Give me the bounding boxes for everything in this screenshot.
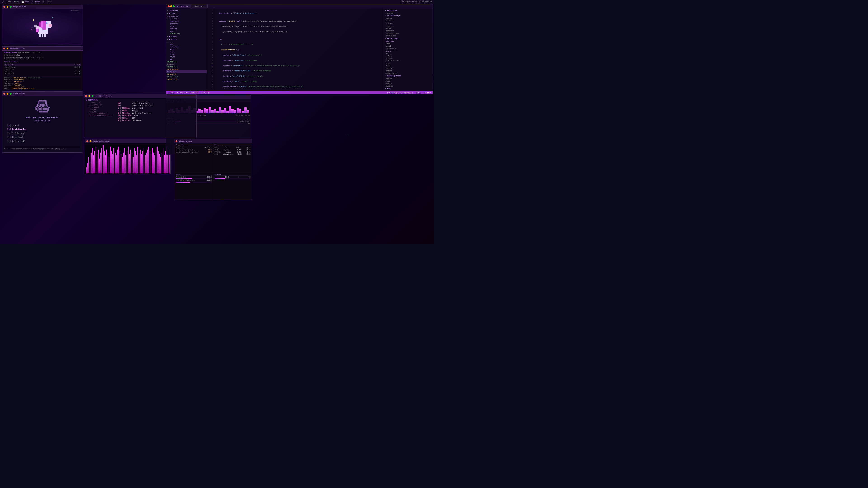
panel-item-grubdevice[interactable]: grubDevice: [383, 35, 433, 37]
tree-item[interactable]: README.org: [166, 66, 207, 68]
info-val: 21 hours 7 minutes: [132, 112, 152, 114]
menu-item-search[interactable]: [o] Search: [7, 124, 77, 128]
tree-item[interactable]: ▸ ▶ themes: [166, 38, 207, 40]
editor-tab-flake[interactable]: ♦ flake.nix: [175, 4, 191, 8]
editor-tab-lock[interactable]: flake.lock: [191, 4, 208, 8]
panel-item-locale[interactable]: locale: [383, 27, 433, 30]
editor-close-btn[interactable]: [168, 5, 169, 7]
panel-item-wm[interactable]: wm: [383, 52, 433, 55]
viz-bar-segment: [162, 153, 162, 173]
line-num: 18: [207, 54, 215, 57]
code-editor[interactable]: description = "Flake of LibrePhoenix"; o…: [215, 8, 383, 90]
panel-item-spawnedit[interactable]: spawnEditor: [383, 72, 433, 74]
tree-item[interactable]: ▸ ▶ patches: [166, 15, 207, 18]
menu-item-history[interactable]: [$ h] [History]: [7, 132, 77, 136]
panel-item-theme[interactable]: theme: [383, 50, 433, 52]
menu-item-quickmarks[interactable]: [b] [Quickmarks]: [7, 128, 77, 132]
panel-item-wmtype[interactable]: wmType: [383, 55, 433, 57]
cpu-bar-segment: [206, 109, 209, 113]
panel-item-bootmode[interactable]: bootMode: [383, 30, 433, 32]
tree-item[interactable]: LICENSE: [166, 63, 207, 66]
min-btn[interactable]: [90, 140, 91, 142]
panel-item-name[interactable]: name: [383, 42, 433, 45]
panel-item-editor[interactable]: editor: [383, 70, 433, 72]
panel-item-timezone[interactable]: timezone: [383, 25, 433, 27]
tree-item[interactable]: wm: [166, 58, 207, 61]
tree-file-name: install.sh: [167, 78, 178, 80]
tree-item[interactable]: hardware: [166, 46, 207, 48]
browser-menu: [o] Search [b] [Quickmarks] [$ h] [Histo…: [4, 124, 81, 144]
panel-item-profile[interactable]: profile: [383, 22, 433, 25]
browser-close-btn[interactable]: [3, 93, 5, 95]
panel-item-bootmount[interactable]: bootMountPath: [383, 32, 433, 35]
proc-row-1: 2520 Hyprland 0.3% 0.4%: [215, 149, 250, 151]
tree-item[interactable]: style: [166, 56, 207, 58]
panel-item-hostname[interactable]: hostname: [383, 20, 433, 22]
tree-item[interactable]: personal: [166, 23, 207, 25]
tree-item[interactable]: install.org: [166, 75, 207, 78]
viz-bar-segment: [144, 148, 144, 173]
panel-item-defaultroam[interactable]: defaultRoamDir: [383, 60, 433, 62]
menu-item-newtab[interactable]: [t] [New tab]: [7, 135, 77, 140]
tree-item[interactable]: pkgs: [166, 51, 207, 53]
file-row4: README.org 10.3 K: [4, 73, 81, 75]
tree-item[interactable]: harden.sh: [166, 73, 207, 75]
viz-bar-segment: [128, 147, 129, 173]
close-btn[interactable]: [85, 95, 87, 97]
panel-item-n[interactable]: name: [383, 80, 433, 82]
close-btn[interactable]: [3, 6, 5, 8]
panel-item-system[interactable]: system: [383, 17, 433, 20]
tree-item[interactable]: home lab: [166, 20, 207, 23]
menu-item-closetab[interactable]: [x] [Close tab]: [7, 140, 77, 144]
viz-bar-segment: [148, 147, 149, 173]
tree-item[interactable]: README.org: [166, 33, 207, 35]
editor-max-btn[interactable]: [173, 5, 175, 7]
panel-item-browser[interactable]: browser: [383, 57, 433, 60]
temp-val-2: 58°C: [208, 151, 212, 153]
tree-item[interactable]: app: [166, 43, 207, 46]
panel-item-ed[interactable]: editor: [383, 82, 433, 85]
tree-item[interactable]: ▸ ▶ .git: [166, 12, 207, 15]
tree-item[interactable]: ▸ ▶ system: [166, 35, 207, 38]
panel-item[interactable]: outputs: [383, 12, 433, 14]
tree-item[interactable]: desktop.png: [166, 68, 207, 70]
tree-item[interactable]: lang: [166, 48, 207, 51]
tree-item[interactable]: install.sh: [166, 78, 207, 80]
min-btn[interactable]: [88, 95, 90, 97]
tree-item[interactable]: wsl: [166, 30, 207, 33]
min-btn[interactable]: [6, 48, 8, 50]
cpu-bar-segment: [219, 107, 221, 113]
panel-item-dotfilesdir[interactable]: dotfilesDir: [383, 47, 433, 50]
section-arrow: ▾: [385, 75, 386, 77]
cpu-label: 100%: [14, 1, 19, 3]
tree-item-selected[interactable]: flake.nix: [166, 70, 207, 73]
tree-item[interactable]: shell: [166, 53, 207, 56]
panel-item-font[interactable]: font: [383, 65, 433, 67]
close-btn[interactable]: [3, 48, 5, 50]
panel-item-fontpkg[interactable]: fontPkg: [383, 67, 433, 70]
panel-section-pkgs: ▾ pkgs: [383, 87, 433, 90]
close-btn[interactable]: [176, 140, 178, 142]
panel-item-email[interactable]: email: [383, 45, 433, 47]
panel-item-sys[interactable]: system: [383, 77, 433, 80]
max-btn[interactable]: [10, 6, 11, 8]
viz-bar-segment: [111, 151, 112, 173]
tree-item[interactable]: ▾ ▾ user: [166, 40, 207, 43]
panel-item-term[interactable]: term: [383, 62, 433, 65]
tree-item[interactable]: README.org: [166, 61, 207, 63]
distro-info-panel: WE| emmet @ snowfire OS: nixos 24.05 (ua…: [118, 102, 154, 122]
min-btn[interactable]: [6, 6, 8, 8]
panel-item-pkgs-system[interactable]: system: [383, 90, 433, 90]
panel-item-username[interactable]: username: [383, 40, 433, 42]
close-btn[interactable]: [86, 140, 88, 142]
tree-item[interactable]: ▾ ▾ profiles: [166, 18, 207, 20]
file-size-5: 10.3 K: [74, 73, 80, 75]
browser-max-btn[interactable]: [10, 93, 11, 95]
tree-item[interactable]: work: [166, 25, 207, 28]
max-btn[interactable]: [92, 95, 93, 97]
tree-item[interactable]: worklab: [166, 28, 207, 30]
panel-item-patches[interactable]: patches: [383, 85, 433, 87]
panel-section-usersettings: ▾ userSettings: [383, 37, 433, 40]
editor-min-btn[interactable]: [170, 5, 172, 7]
browser-min-btn[interactable]: [6, 93, 8, 95]
